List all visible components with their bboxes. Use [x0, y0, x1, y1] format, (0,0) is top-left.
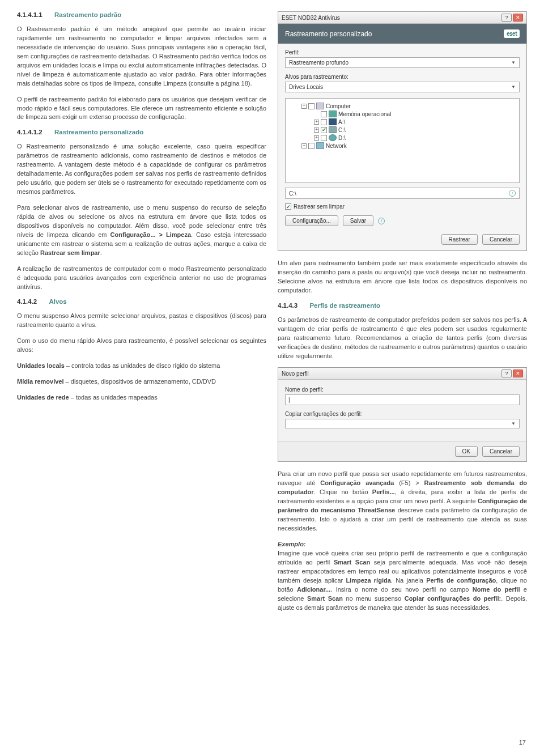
example-label: Exemplo:: [278, 541, 306, 547]
save-button[interactable]: Salvar: [343, 215, 373, 226]
cancel-button[interactable]: Cancelar: [482, 234, 520, 245]
paragraph: Para selecionar alvos de rastreamento, u…: [17, 203, 266, 258]
memory-icon: [329, 111, 337, 117]
alvos-dropdown[interactable]: Drives Locais ▼: [285, 82, 520, 92]
paragraph: A realização de rastreamentos de computa…: [17, 265, 266, 292]
help-icon[interactable]: ?: [502, 14, 512, 22]
dialog-footer: OK Cancelar: [278, 441, 526, 461]
close-icon[interactable]: ✕: [513, 369, 523, 377]
checkbox-icon[interactable]: [321, 135, 327, 141]
tree-expand-icon[interactable]: +: [314, 120, 319, 125]
info-icon[interactable]: i: [509, 190, 516, 197]
profile-name-label: Nome do perfil:: [285, 387, 520, 393]
text-bold: Unidades locais: [17, 362, 65, 369]
text: .: [100, 249, 102, 256]
tree-collapse-icon[interactable]: −: [301, 104, 307, 109]
chevron-down-icon: ▼: [511, 60, 516, 65]
eset-header-title: Rastreamento personalizado: [285, 30, 372, 38]
text-bold: Smart Scan: [307, 595, 343, 602]
section-title: Rastreamento personalizado: [54, 129, 143, 135]
perfil-value: Rastreamento profundo: [289, 60, 348, 66]
tree-label: Network: [326, 143, 347, 149]
target-tree[interactable]: − Computer Memória operacional +: [285, 98, 520, 183]
text: – controla todas as unidades de disco rí…: [65, 362, 220, 369]
tree-item-c[interactable]: + ✔ C:\: [289, 126, 516, 134]
perfil-dropdown[interactable]: Rastreamento profundo ▼: [285, 57, 520, 68]
text-bold: Copiar configurações do perfil:: [405, 595, 501, 602]
window-title: Novo perfil: [282, 371, 309, 377]
text: – disquetes, dispositivos de armazenamen…: [64, 378, 216, 385]
footer-buttons: Rastrear Cancelar: [285, 231, 520, 245]
heading-4-1-4-3: 4.1.4.3 Perfis de rastreamento: [278, 302, 527, 309]
info-icon[interactable]: i: [378, 218, 385, 224]
right-column: ESET NOD32 Antivirus ? ✕ Rastreamento pe…: [278, 11, 527, 619]
checkbox-icon[interactable]: [321, 119, 327, 125]
floppy-icon: [329, 118, 337, 125]
tree-item-a[interactable]: + A:\: [289, 118, 516, 126]
window-titlebar: Novo perfil ? ✕: [278, 368, 526, 380]
chevron-down-icon: ▼: [511, 84, 516, 90]
cancel-button[interactable]: Cancelar: [482, 446, 520, 457]
paragraph: Unidades de rede – todas as unidades map…: [17, 393, 266, 402]
tree-expand-icon[interactable]: +: [301, 143, 307, 148]
section-number: 4.1.4.3: [278, 302, 298, 309]
text: . Clique no botão: [314, 489, 372, 495]
paragraph: Para criar um novo perfil que possa ser …: [278, 470, 527, 533]
checkbox-label: Rastrear sem limpar: [294, 203, 345, 210]
text-bold: Limpeza rígida: [346, 577, 391, 584]
scan-button[interactable]: Rastrear: [441, 234, 478, 245]
text-bold: Adicionar...: [297, 586, 330, 593]
paragraph: Um alvo para rastreamento também pode se…: [278, 259, 527, 295]
text-bold: Perfis...: [372, 489, 395, 495]
checkbox-icon[interactable]: [308, 103, 314, 109]
checkbox-checked-icon[interactable]: ✔: [285, 203, 291, 210]
tree-item-memory[interactable]: Memória operacional: [289, 110, 516, 118]
tree-item-computer[interactable]: − Computer: [289, 102, 516, 110]
text-bold: Rastrear sem limpar: [40, 249, 100, 256]
paragraph: O Rastreamento padrão é um método amigáv…: [17, 25, 266, 88]
tree-label: D:\: [338, 135, 346, 141]
tree-item-d[interactable]: + D:\: [289, 134, 516, 142]
checkbox-checked-icon[interactable]: ✔: [321, 127, 327, 133]
window-title: ESET NOD32 Antivirus: [282, 15, 340, 21]
tree-label: A:\: [338, 119, 345, 125]
checkbox-icon[interactable]: [308, 143, 314, 149]
paragraph: Os parâmetros de rastreamento de computa…: [278, 316, 527, 361]
window-controls: ? ✕: [502, 369, 523, 377]
chevron-down-icon: ▼: [511, 421, 516, 426]
paragraph: O perfil de rastreamento padrão foi elab…: [17, 95, 266, 122]
help-icon[interactable]: ?: [502, 369, 512, 377]
text: – todas as unidades mapeadas: [69, 394, 158, 401]
section-title: Perfis de rastreamento: [309, 302, 380, 309]
copy-profile-dropdown[interactable]: ▼: [285, 419, 520, 428]
paragraph: Mídia removível – disquetes, dispositivo…: [17, 377, 266, 387]
perfil-label: Perfil:: [285, 49, 520, 56]
heading-4-1-4-1-1: 4.1.4.1.1 Rastreamento padrão: [17, 11, 266, 18]
cd-icon: [329, 134, 337, 141]
profile-name-input[interactable]: [285, 394, 520, 405]
text-bold: Configuração avançada: [320, 479, 394, 486]
tree-item-network[interactable]: + Network: [289, 142, 516, 150]
text: (F5) >: [394, 479, 424, 486]
tree-label: Computer: [326, 103, 351, 109]
window-controls: ? ✕: [502, 14, 523, 22]
paragraph: Com o uso do menu rápido Alvos para rast…: [17, 337, 266, 355]
path-input[interactable]: C:\ i: [285, 188, 520, 199]
text-bold: Configuração... > Limpeza: [110, 231, 192, 238]
checkbox-icon[interactable]: [321, 111, 327, 117]
network-icon: [316, 142, 324, 149]
eset-body: Perfil: Rastreamento profundo ▼ Alvos pa…: [278, 44, 526, 250]
paragraph: O menu suspenso Alvos permite selecionar…: [17, 312, 266, 330]
scan-no-clean-checkbox[interactable]: ✔ Rastrear sem limpar: [285, 203, 520, 210]
close-icon[interactable]: ✕: [513, 14, 523, 22]
tree-expand-icon[interactable]: +: [314, 135, 319, 141]
config-button[interactable]: Configuração...: [285, 215, 338, 226]
section-title: Alvos: [49, 298, 66, 305]
text: . Insira o nome do seu novo perfil no ca…: [330, 586, 473, 593]
ok-button[interactable]: OK: [455, 446, 478, 457]
eset-scan-window: ESET NOD32 Antivirus ? ✕ Rastreamento pe…: [278, 11, 527, 251]
section-number: 4.1.4.1.2: [17, 129, 42, 135]
tree-expand-icon[interactable]: +: [314, 128, 319, 133]
text: no menu suspenso: [343, 595, 405, 602]
heading-4-1-4-1-2: 4.1.4.1.2 Rastreamento personalizado: [17, 129, 266, 135]
